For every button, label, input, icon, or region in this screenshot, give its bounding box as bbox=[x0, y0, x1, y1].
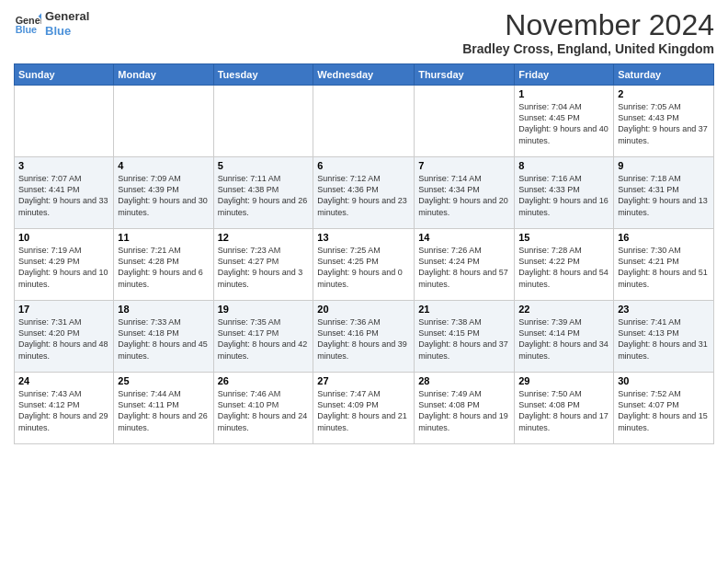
day-number: 19 bbox=[218, 304, 310, 315]
header: General Blue General Blue November 2024 … bbox=[14, 9, 714, 56]
day-info: Sunrise: 7:16 AMSunset: 4:33 PMDaylight:… bbox=[518, 173, 609, 218]
calendar-cell: 24Sunrise: 7:43 AMSunset: 4:12 PMDayligh… bbox=[15, 373, 114, 444]
day-number: 6 bbox=[317, 160, 410, 171]
day-number: 29 bbox=[518, 375, 609, 386]
calendar-cell: 11Sunrise: 7:21 AMSunset: 4:28 PMDayligh… bbox=[114, 229, 213, 301]
main-title: November 2024 bbox=[462, 9, 714, 41]
day-info: Sunrise: 7:07 AMSunset: 4:41 PMDaylight:… bbox=[18, 173, 109, 218]
day-header-monday: Monday bbox=[114, 64, 213, 86]
calendar-cell: 6Sunrise: 7:12 AMSunset: 4:36 PMDaylight… bbox=[313, 157, 415, 229]
day-number: 27 bbox=[317, 375, 410, 386]
logo: General Blue General Blue bbox=[14, 9, 89, 38]
calendar-cell bbox=[313, 86, 415, 157]
day-info: Sunrise: 7:52 AMSunset: 4:07 PMDaylight:… bbox=[618, 388, 710, 433]
day-number: 28 bbox=[418, 375, 510, 386]
svg-text:Blue: Blue bbox=[16, 24, 37, 35]
day-info: Sunrise: 7:23 AMSunset: 4:27 PMDaylight:… bbox=[218, 245, 310, 290]
calendar-cell: 28Sunrise: 7:49 AMSunset: 4:08 PMDayligh… bbox=[415, 373, 515, 444]
calendar-cell: 8Sunrise: 7:16 AMSunset: 4:33 PMDaylight… bbox=[515, 157, 614, 229]
logo-line2: Blue bbox=[45, 24, 89, 39]
day-info: Sunrise: 7:05 AMSunset: 4:43 PMDaylight:… bbox=[618, 101, 710, 146]
day-info: Sunrise: 7:09 AMSunset: 4:39 PMDaylight:… bbox=[118, 173, 209, 218]
day-number: 21 bbox=[418, 304, 510, 315]
calendar-cell: 17Sunrise: 7:31 AMSunset: 4:20 PMDayligh… bbox=[15, 301, 114, 373]
calendar-cell: 22Sunrise: 7:39 AMSunset: 4:14 PMDayligh… bbox=[515, 301, 614, 373]
day-header-saturday: Saturday bbox=[614, 64, 714, 86]
day-number: 22 bbox=[518, 304, 609, 315]
calendar-cell: 30Sunrise: 7:52 AMSunset: 4:07 PMDayligh… bbox=[614, 373, 714, 444]
day-number: 25 bbox=[118, 375, 209, 386]
day-header-tuesday: Tuesday bbox=[213, 64, 313, 86]
calendar-cell: 27Sunrise: 7:47 AMSunset: 4:09 PMDayligh… bbox=[313, 373, 415, 444]
day-info: Sunrise: 7:11 AMSunset: 4:38 PMDaylight:… bbox=[218, 173, 310, 218]
calendar-cell: 29Sunrise: 7:50 AMSunset: 4:08 PMDayligh… bbox=[515, 373, 614, 444]
day-number: 13 bbox=[317, 232, 410, 243]
subtitle: Bradley Cross, England, United Kingdom bbox=[462, 41, 714, 56]
day-number: 4 bbox=[118, 160, 209, 171]
day-info: Sunrise: 7:47 AMSunset: 4:09 PMDaylight:… bbox=[317, 388, 410, 433]
calendar-cell bbox=[114, 86, 213, 157]
calendar-cell: 1Sunrise: 7:04 AMSunset: 4:45 PMDaylight… bbox=[515, 86, 614, 157]
calendar-cell: 16Sunrise: 7:30 AMSunset: 4:21 PMDayligh… bbox=[614, 229, 714, 301]
day-number: 8 bbox=[518, 160, 609, 171]
day-info: Sunrise: 7:14 AMSunset: 4:34 PMDaylight:… bbox=[418, 173, 510, 218]
day-info: Sunrise: 7:31 AMSunset: 4:20 PMDaylight:… bbox=[18, 316, 109, 362]
calendar-cell: 2Sunrise: 7:05 AMSunset: 4:43 PMDaylight… bbox=[614, 86, 714, 157]
day-info: Sunrise: 7:50 AMSunset: 4:08 PMDaylight:… bbox=[518, 388, 609, 433]
calendar-cell: 4Sunrise: 7:09 AMSunset: 4:39 PMDaylight… bbox=[114, 157, 213, 229]
calendar-cell: 26Sunrise: 7:46 AMSunset: 4:10 PMDayligh… bbox=[213, 373, 313, 444]
day-info: Sunrise: 7:33 AMSunset: 4:18 PMDaylight:… bbox=[118, 316, 209, 362]
day-info: Sunrise: 7:12 AMSunset: 4:36 PMDaylight:… bbox=[317, 173, 410, 218]
day-number: 20 bbox=[317, 304, 410, 315]
title-area: November 2024 Bradley Cross, England, Un… bbox=[462, 9, 714, 56]
day-number: 9 bbox=[618, 160, 710, 171]
calendar-cell bbox=[15, 86, 114, 157]
day-info: Sunrise: 7:43 AMSunset: 4:12 PMDaylight:… bbox=[18, 388, 109, 433]
week-row-3: 17Sunrise: 7:31 AMSunset: 4:20 PMDayligh… bbox=[15, 301, 714, 373]
calendar-cell: 7Sunrise: 7:14 AMSunset: 4:34 PMDaylight… bbox=[415, 157, 515, 229]
day-header-sunday: Sunday bbox=[15, 64, 114, 86]
calendar-cell: 13Sunrise: 7:25 AMSunset: 4:25 PMDayligh… bbox=[313, 229, 415, 301]
calendar-cell: 9Sunrise: 7:18 AMSunset: 4:31 PMDaylight… bbox=[614, 157, 714, 229]
day-number: 30 bbox=[618, 375, 710, 386]
calendar-cell bbox=[213, 86, 313, 157]
day-number: 15 bbox=[518, 232, 609, 243]
day-number: 7 bbox=[418, 160, 510, 171]
day-header-thursday: Thursday bbox=[415, 64, 515, 86]
day-number: 5 bbox=[218, 160, 310, 171]
day-number: 2 bbox=[618, 88, 710, 99]
logo-line1: General bbox=[45, 9, 89, 24]
day-info: Sunrise: 7:46 AMSunset: 4:10 PMDaylight:… bbox=[218, 388, 310, 433]
day-header-wednesday: Wednesday bbox=[313, 64, 415, 86]
day-info: Sunrise: 7:41 AMSunset: 4:13 PMDaylight:… bbox=[618, 316, 710, 362]
day-info: Sunrise: 7:36 AMSunset: 4:16 PMDaylight:… bbox=[317, 316, 410, 362]
calendar-cell: 19Sunrise: 7:35 AMSunset: 4:17 PMDayligh… bbox=[213, 301, 313, 373]
day-number: 14 bbox=[418, 232, 510, 243]
logo-icon: General Blue bbox=[14, 10, 41, 38]
day-number: 23 bbox=[618, 304, 710, 315]
day-number: 11 bbox=[118, 232, 209, 243]
calendar-cell: 10Sunrise: 7:19 AMSunset: 4:29 PMDayligh… bbox=[15, 229, 114, 301]
day-info: Sunrise: 7:21 AMSunset: 4:28 PMDaylight:… bbox=[118, 245, 209, 290]
calendar-cell: 18Sunrise: 7:33 AMSunset: 4:18 PMDayligh… bbox=[114, 301, 213, 373]
calendar-cell: 23Sunrise: 7:41 AMSunset: 4:13 PMDayligh… bbox=[614, 301, 714, 373]
week-row-2: 10Sunrise: 7:19 AMSunset: 4:29 PMDayligh… bbox=[15, 229, 714, 301]
day-info: Sunrise: 7:26 AMSunset: 4:24 PMDaylight:… bbox=[418, 245, 510, 290]
page: General Blue General Blue November 2024 … bbox=[0, 0, 728, 563]
day-info: Sunrise: 7:18 AMSunset: 4:31 PMDaylight:… bbox=[618, 173, 710, 218]
day-number: 12 bbox=[218, 232, 310, 243]
day-number: 18 bbox=[118, 304, 209, 315]
day-info: Sunrise: 7:38 AMSunset: 4:15 PMDaylight:… bbox=[418, 316, 510, 362]
calendar-cell: 21Sunrise: 7:38 AMSunset: 4:15 PMDayligh… bbox=[415, 301, 515, 373]
day-info: Sunrise: 7:35 AMSunset: 4:17 PMDaylight:… bbox=[218, 316, 310, 362]
day-info: Sunrise: 7:19 AMSunset: 4:29 PMDaylight:… bbox=[18, 245, 109, 290]
calendar-cell: 5Sunrise: 7:11 AMSunset: 4:38 PMDaylight… bbox=[213, 157, 313, 229]
day-number: 26 bbox=[218, 375, 310, 386]
calendar-body: 1Sunrise: 7:04 AMSunset: 4:45 PMDaylight… bbox=[15, 86, 714, 444]
day-info: Sunrise: 7:25 AMSunset: 4:25 PMDaylight:… bbox=[317, 245, 410, 290]
calendar-cell bbox=[415, 86, 515, 157]
day-number: 3 bbox=[18, 160, 109, 171]
calendar-cell: 20Sunrise: 7:36 AMSunset: 4:16 PMDayligh… bbox=[313, 301, 415, 373]
day-number: 24 bbox=[18, 375, 109, 386]
week-row-4: 24Sunrise: 7:43 AMSunset: 4:12 PMDayligh… bbox=[15, 373, 714, 444]
